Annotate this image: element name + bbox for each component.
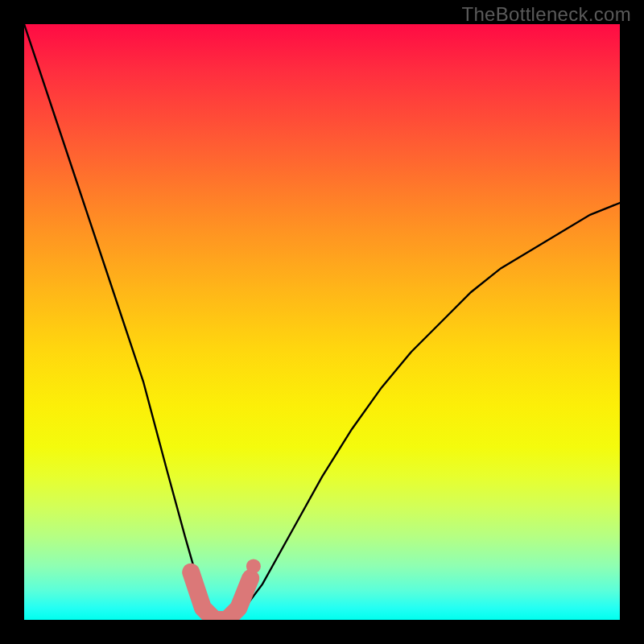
- plot-area: [24, 24, 620, 620]
- chart-frame: TheBottleneck.com: [0, 0, 644, 644]
- watermark-text: TheBottleneck.com: [461, 3, 631, 26]
- marker-band: [191, 572, 250, 620]
- bottleneck-curve: [24, 24, 620, 620]
- chart-overlay: [24, 24, 620, 620]
- marker-dot: [246, 559, 261, 573]
